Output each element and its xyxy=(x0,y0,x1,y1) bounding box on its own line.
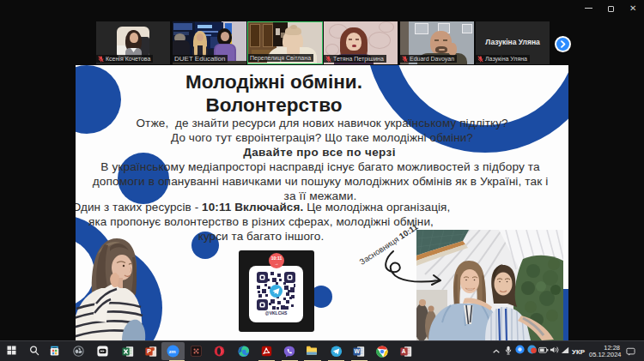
svg-text:W: W xyxy=(354,348,360,354)
svg-text:P: P xyxy=(147,348,151,354)
svg-text:zm: zm xyxy=(169,349,176,354)
svg-text:A: A xyxy=(402,348,406,354)
